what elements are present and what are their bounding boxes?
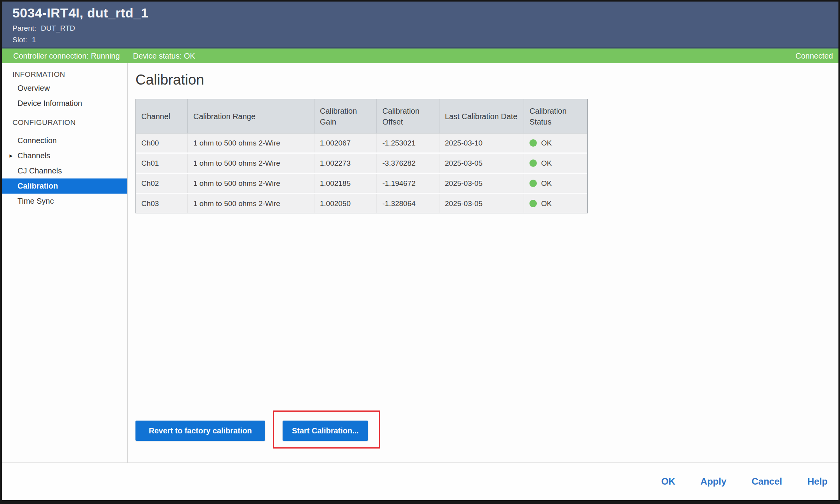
cell-range: 1 ohm to 500 ohms 2-Wire [188, 133, 314, 152]
sidebar-item-connection[interactable]: Connection [2, 133, 127, 148]
cell-range: 1 ohm to 500 ohms 2-Wire [188, 154, 314, 173]
content-area: INFORMATION Overview Device Information … [2, 63, 838, 462]
status-ok-dot-icon [529, 159, 537, 167]
sidebar-item-label: Time Sync [17, 197, 54, 206]
revert-factory-calibration-button[interactable]: Revert to factory calibration [135, 421, 265, 441]
status-ok-dot-icon [529, 200, 537, 207]
apply-button[interactable]: Apply [701, 476, 727, 487]
table-header-row: Channel Calibration Range Calibration Ga… [136, 99, 587, 133]
expand-arrow-icon[interactable]: ▶ [9, 153, 12, 158]
sidebar-item-channels[interactable]: ▶ Channels [2, 148, 127, 163]
column-header-channel: Channel [136, 99, 188, 133]
cell-range: 1 ohm to 500 ohms 2-Wire [188, 194, 314, 213]
parent-value: DUT_RTD [41, 24, 75, 32]
cell-channel: Ch01 [136, 154, 188, 173]
cell-offset: -3.376282 [377, 154, 439, 173]
cell-date: 2025-03-05 [439, 174, 524, 193]
table-row: Ch02 1 ohm to 500 ohms 2-Wire 1.002185 -… [136, 174, 587, 194]
sidebar-item-label: Overview [17, 84, 50, 93]
status-text: OK [541, 159, 552, 168]
ok-button[interactable]: OK [661, 476, 675, 487]
parent-label: Parent: [12, 24, 36, 32]
sidebar-item-label: Connection [17, 136, 57, 145]
device-title: 5034-IRT4I, dut_rtd_1 [12, 5, 838, 21]
table-row: Ch03 1 ohm to 500 ohms 2-Wire 1.002050 -… [136, 194, 587, 213]
sidebar-section-information: INFORMATION [2, 69, 127, 80]
sidebar-item-device-information[interactable]: Device Information [2, 96, 127, 111]
cell-offset: -1.253021 [377, 133, 439, 152]
sidebar-item-cj-channels[interactable]: CJ Channels [2, 163, 127, 178]
column-header-calibration-gain: Calibration Gain [314, 99, 377, 133]
sidebar-item-label: Calibration [17, 182, 58, 191]
column-header-calibration-offset: Calibration Offset [377, 99, 439, 133]
cell-offset: -1.328064 [377, 194, 439, 213]
app-window: 5034-IRT4I, dut_rtd_1 Parent:DUT_RTD Slo… [0, 0, 840, 504]
cell-status: OK [524, 174, 587, 193]
cell-gain: 1.002185 [314, 174, 377, 193]
cell-date: 2025-03-10 [439, 133, 524, 152]
status-text: OK [541, 199, 552, 208]
cell-status: OK [524, 194, 587, 213]
sidebar-item-time-sync[interactable]: Time Sync [2, 194, 127, 209]
start-calibration-button[interactable]: Start Calibration... [283, 421, 368, 441]
controller-connection-status: Controller connection: Running [13, 52, 120, 61]
page-title: Calibration [135, 72, 204, 88]
cancel-button[interactable]: Cancel [751, 476, 782, 487]
cell-status: OK [524, 133, 587, 152]
column-header-calibration-status: Calibration Status [524, 99, 587, 133]
sidebar-item-overview[interactable]: Overview [2, 81, 127, 96]
cell-gain: 1.002050 [314, 194, 377, 213]
cell-date: 2025-03-05 [439, 154, 524, 173]
cell-status: OK [524, 154, 587, 173]
cell-channel: Ch02 [136, 174, 188, 193]
slot-row: Slot:1 [12, 36, 838, 44]
status-ok-dot-icon [529, 139, 537, 147]
status-bar-left: Controller connection: Running Device st… [13, 52, 195, 61]
cell-offset: -1.194672 [377, 174, 439, 193]
device-status: Device status: OK [133, 52, 195, 61]
connection-state: Connected [795, 52, 833, 61]
sidebar-item-calibration[interactable]: Calibration [2, 178, 127, 194]
cell-gain: 1.002067 [314, 133, 377, 152]
status-ok-dot-icon [529, 180, 537, 187]
slot-label: Slot: [12, 36, 27, 44]
sidebar-section-configuration: CONFIGURATION [2, 118, 127, 128]
status-bar: Controller connection: Running Device st… [2, 48, 838, 63]
parent-row: Parent:DUT_RTD [12, 24, 838, 33]
sidebar-item-label: CJ Channels [17, 166, 62, 175]
status-text: OK [541, 139, 552, 147]
column-header-last-calibration-date: Last Calibration Date [439, 99, 524, 133]
cell-range: 1 ohm to 500 ohms 2-Wire [188, 174, 314, 193]
sidebar-item-label: Channels [17, 151, 50, 160]
sidebar: INFORMATION Overview Device Information … [2, 63, 128, 462]
calibration-table: Channel Calibration Range Calibration Ga… [135, 99, 588, 213]
device-header: 5034-IRT4I, dut_rtd_1 Parent:DUT_RTD Slo… [2, 2, 838, 48]
status-text: OK [541, 179, 552, 188]
table-row: Ch00 1 ohm to 500 ohms 2-Wire 1.002067 -… [136, 133, 587, 154]
slot-value: 1 [32, 36, 36, 44]
help-button[interactable]: Help [807, 476, 828, 487]
cell-date: 2025-03-05 [439, 194, 524, 213]
cell-gain: 1.002273 [314, 154, 377, 173]
footer-bar: OK Apply Cancel Help [2, 462, 838, 500]
cell-channel: Ch03 [136, 194, 188, 213]
sidebar-item-label: Device Information [17, 99, 82, 108]
column-header-calibration-range: Calibration Range [188, 99, 314, 133]
cell-channel: Ch00 [136, 133, 188, 152]
table-row: Ch01 1 ohm to 500 ohms 2-Wire 1.002273 -… [136, 154, 587, 174]
main-panel: Calibration Channel Calibration Range Ca… [128, 63, 838, 462]
